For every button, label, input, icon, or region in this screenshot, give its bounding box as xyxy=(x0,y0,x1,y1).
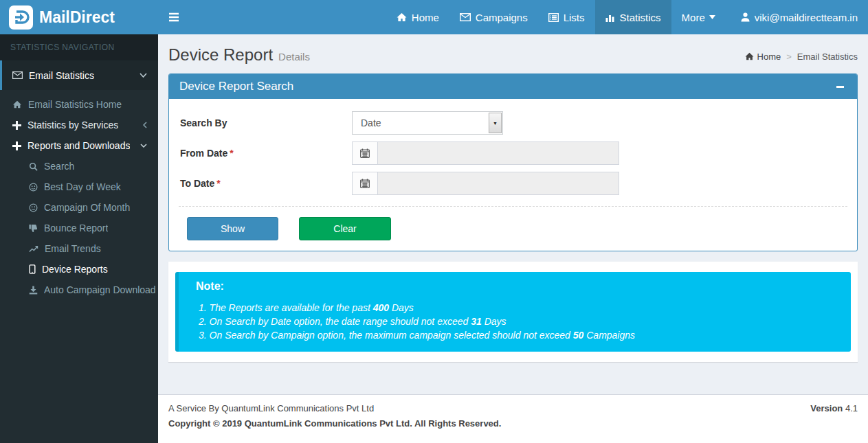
sidebar-item-campaign-of-month[interactable]: Campaign Of Month xyxy=(0,197,158,218)
note-title: Note: xyxy=(196,280,834,293)
smiley-icon xyxy=(29,183,38,192)
search-by-select[interactable]: Date ▼ xyxy=(352,111,503,135)
required-asterisk: * xyxy=(216,178,220,189)
user-icon xyxy=(741,12,750,22)
brand-name: MailDirect xyxy=(39,8,115,27)
footer-text: A Service By QuantumLink Communications … xyxy=(168,403,501,429)
calendar-icon[interactable] xyxy=(352,141,377,165)
trend-line-icon xyxy=(29,245,38,253)
sidebar-item-auto-campaign-download[interactable]: Auto Campaign Download xyxy=(0,280,158,300)
content-header: Device Report Details Home > Email Stati… xyxy=(158,34,868,65)
nav-more[interactable]: More xyxy=(671,0,731,34)
hamburger-icon xyxy=(168,12,179,22)
footer-service-line: A Service By QuantumLink Communications … xyxy=(168,403,501,413)
note-item-1: 1. The Reports are available for the pas… xyxy=(199,301,834,315)
sidebar-item-email-trends[interactable]: Email Trends xyxy=(0,238,158,259)
nav-lists-label: Lists xyxy=(564,12,585,23)
top-navbar: MailDirect Home Campaigns xyxy=(0,0,868,34)
note-item-text: On Search by Campaign option, the maximu… xyxy=(207,330,573,341)
note-item-number: 3. xyxy=(199,330,207,341)
maildirect-logo-icon xyxy=(9,5,33,30)
nav-campaigns-label: Campaigns xyxy=(476,12,528,23)
nav-campaigns[interactable]: Campaigns xyxy=(449,0,538,34)
download-icon xyxy=(29,286,38,295)
sidebar: STATISTICS NAVIGATION Email Statistics E… xyxy=(0,34,158,443)
footer: A Service By QuantumLink Communications … xyxy=(158,394,868,443)
sidebar-item-search[interactable]: Search xyxy=(0,156,158,177)
plus-icon xyxy=(12,141,21,150)
sidebar-item-label: Email Trends xyxy=(45,243,101,254)
nav-statistics-label: Statistics xyxy=(620,12,661,23)
breadcrumb-home[interactable]: Home xyxy=(757,52,781,62)
note-item-number: 1. xyxy=(199,302,207,313)
nav-user-account[interactable]: viki@maildirectteam.in xyxy=(731,0,868,34)
from-date-label: From Date* xyxy=(177,148,352,159)
plus-icon xyxy=(12,121,21,130)
to-date-input[interactable] xyxy=(377,172,619,195)
note-item-bold: 31 xyxy=(471,316,482,327)
note-item-number: 2. xyxy=(199,316,207,327)
form-divider xyxy=(179,206,847,207)
nav-statistics[interactable]: Statistics xyxy=(595,0,671,34)
envelope-icon xyxy=(12,71,23,79)
to-date-label: To Date* xyxy=(177,178,352,189)
navbar-menu: Home Campaigns Lists Statistics xyxy=(386,0,868,34)
sidebar-item-device-reports[interactable]: Device Reports xyxy=(0,259,158,280)
calendar-icon[interactable] xyxy=(352,172,377,195)
sidebar-toggle-button[interactable] xyxy=(158,0,189,34)
from-date-label-text: From Date xyxy=(180,148,227,159)
caret-down-icon xyxy=(709,15,715,19)
note-item-text: Days xyxy=(482,316,507,327)
version-label: Version xyxy=(810,403,843,413)
search-by-label: Search By xyxy=(177,117,352,128)
smiley-icon xyxy=(29,203,38,212)
breadcrumb: Home > Email Statistics xyxy=(745,52,858,62)
show-button[interactable]: Show xyxy=(187,217,278,240)
page-subtitle: Details xyxy=(278,51,310,63)
panel-body: Search By Date ▼ From Date* xyxy=(169,99,857,251)
sidebar-item-email-statistics-home[interactable]: Email Statistics Home xyxy=(0,94,158,115)
breadcrumb-separator: > xyxy=(786,52,792,62)
note-item-text: The Reports are available for the past xyxy=(207,302,373,313)
sidebar-item-bounce-report[interactable]: Bounce Report xyxy=(0,218,158,238)
note-item-3: 3. On Search by Campaign option, the max… xyxy=(199,328,834,342)
app-window: MailDirect Home Campaigns xyxy=(0,0,868,443)
to-date-label-text: To Date xyxy=(180,178,214,189)
note-item-2: 2. On Search by Date option, the date ra… xyxy=(199,315,834,328)
note-item-text: On Search by Date option, the date range… xyxy=(207,316,471,327)
nav-home-label: Home xyxy=(412,12,439,23)
search-by-row: Search By Date ▼ xyxy=(177,111,849,135)
mobile-icon xyxy=(29,264,36,274)
select-dropdown-arrow-icon[interactable]: ▼ xyxy=(489,113,502,133)
bar-chart-icon xyxy=(605,13,615,22)
clear-button[interactable]: Clear xyxy=(299,217,391,240)
panel-header: Device Report Search xyxy=(169,74,857,99)
home-icon xyxy=(397,12,407,22)
collapse-button[interactable] xyxy=(834,84,847,89)
sidebar-item-reports-and-downloads[interactable]: Reports and Downloads xyxy=(0,135,158,156)
sidebar-item-label: Auto Campaign Download xyxy=(44,284,156,295)
home-icon xyxy=(12,100,22,109)
sidebar-item-label: Statistics by Services xyxy=(27,120,118,130)
sidebar-item-label: Campaign Of Month xyxy=(44,202,130,213)
sidebar-item-label: Best Day of Week xyxy=(44,181,121,192)
button-row: Show Clear xyxy=(177,217,849,240)
sidebar-item-email-statistics[interactable]: Email Statistics xyxy=(0,60,158,90)
device-report-search-panel: Device Report Search Search By Date ▼ Fr… xyxy=(168,73,858,251)
from-date-input-group xyxy=(352,141,619,165)
from-date-input[interactable] xyxy=(377,141,619,165)
note-item-text: Campaigns xyxy=(583,330,635,341)
note-callout: Note: 1. The Reports are available for t… xyxy=(175,272,851,352)
sidebar-item-best-day-of-week[interactable]: Best Day of Week xyxy=(0,177,158,197)
nav-more-label: More xyxy=(682,12,705,23)
to-date-row: To Date* xyxy=(177,172,849,195)
note-item-bold: 50 xyxy=(573,330,584,341)
sidebar-item-label: Email Statistics Home xyxy=(28,99,122,110)
nav-home[interactable]: Home xyxy=(386,0,449,34)
nav-lists[interactable]: Lists xyxy=(538,0,595,34)
sidebar-item-statistics-by-services[interactable]: Statistics by Services xyxy=(0,115,158,135)
brand-logo[interactable]: MailDirect xyxy=(0,0,158,34)
panel-title: Device Report Search xyxy=(179,80,293,93)
list-icon xyxy=(548,13,559,22)
note-container: Note: 1. The Reports are available for t… xyxy=(168,262,858,362)
